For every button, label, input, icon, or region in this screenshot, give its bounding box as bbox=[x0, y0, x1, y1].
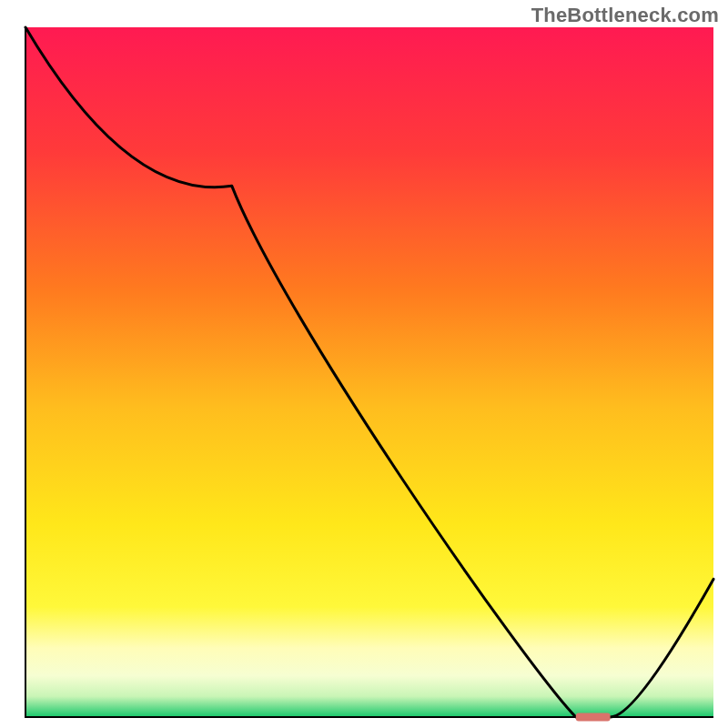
gradient-background bbox=[25, 27, 713, 717]
chart-svg bbox=[0, 0, 728, 728]
chart-canvas: TheBottleneck.com bbox=[0, 0, 728, 728]
plateau-marker bbox=[576, 713, 611, 722]
